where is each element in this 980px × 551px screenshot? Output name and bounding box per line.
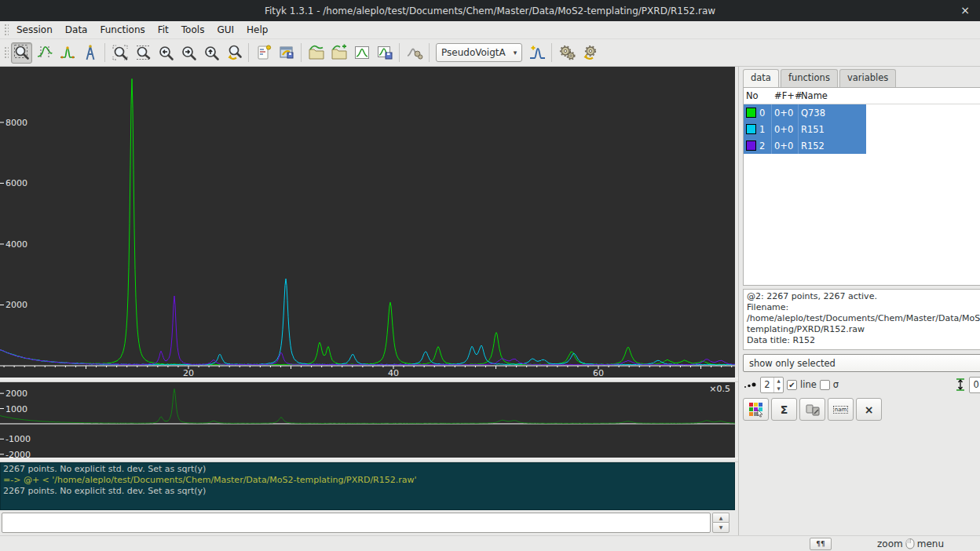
menu-gui[interactable]: GUI xyxy=(210,22,240,38)
save-data-button[interactable] xyxy=(374,42,395,64)
command-history-spinner[interactable]: ▲ ▼ xyxy=(712,513,730,533)
zoom-mode-button[interactable] xyxy=(11,42,32,64)
console-command-line: =-> @+ < '/home/aleplo/test/Documents/Ch… xyxy=(3,475,732,486)
dataset-info-points: @2: 2267 points, 2267 active. xyxy=(747,291,980,302)
edit-function-button[interactable] xyxy=(404,42,425,64)
menu-help[interactable]: Help xyxy=(240,22,274,38)
spin-down-icon[interactable]: ▼ xyxy=(774,385,783,392)
svg-text:40: 40 xyxy=(388,368,399,378)
command-input-row: ▲ ▼ xyxy=(0,510,738,535)
display-mode-dropdown[interactable]: show only selected ▾ xyxy=(743,354,980,372)
mouse-hints-button[interactable]: ¶¶ xyxy=(810,538,832,550)
zoom-vertical-icon xyxy=(134,44,152,61)
data-colors-button[interactable] xyxy=(743,398,769,421)
dataset-color-swatch[interactable] xyxy=(746,140,756,151)
menu-fit[interactable]: Fit xyxy=(152,22,175,38)
dataset-name: R151 xyxy=(799,121,866,137)
load-data-button[interactable] xyxy=(305,42,327,64)
data-range-mode-button[interactable] xyxy=(34,42,55,64)
menu-data[interactable]: Data xyxy=(59,22,94,38)
close-icon[interactable]: × xyxy=(956,2,974,18)
svg-text:1000: 1000 xyxy=(5,404,27,414)
toolbar-grip[interactable] xyxy=(3,46,9,60)
title-bar[interactable]: Fityk 1.3.1 - /home/aleplo/test/Document… xyxy=(0,0,980,21)
save-session-icon xyxy=(278,44,295,61)
rename-button[interactable]: nam xyxy=(828,398,854,421)
history-up-icon[interactable]: ▲ xyxy=(712,513,730,523)
load-data-new-slot-button[interactable] xyxy=(328,42,349,64)
dataset-color-swatch[interactable] xyxy=(746,108,756,118)
tab-variables[interactable]: variables xyxy=(839,69,896,87)
sigma-checkbox[interactable] xyxy=(820,380,830,390)
add-function-icon xyxy=(528,44,546,61)
zoom-vertical-button[interactable] xyxy=(132,42,153,64)
data-editor-button[interactable] xyxy=(351,42,372,64)
undo-zoom-button[interactable] xyxy=(223,42,244,64)
tab-data[interactable]: data xyxy=(743,69,779,87)
history-down-icon[interactable]: ▼ xyxy=(712,522,730,533)
sidebar: data functions variables No #F+# Name 0 … xyxy=(738,67,980,535)
save-session-button[interactable] xyxy=(276,42,297,64)
delete-dataset-button[interactable]: × xyxy=(856,398,882,421)
aux-plot-wrap: 20001000-1000-2000 ×0.5 xyxy=(0,382,735,458)
svg-text:-2000: -2000 xyxy=(5,450,31,458)
toolbar: PseudoVoigtA ▾ xyxy=(0,39,980,67)
aux-scale-label: ×0.5 xyxy=(709,384,730,394)
dataset-info-title: Data title: R152 xyxy=(747,335,980,346)
point-size-spinner[interactable]: 2 ▲▼ xyxy=(760,377,784,393)
main-area: 2000400060008000204060 20001000-1000-200… xyxy=(0,67,980,535)
line-checkbox[interactable]: ✔ xyxy=(787,380,797,390)
dataset-name: Q738 xyxy=(799,104,866,121)
toolbar-separator xyxy=(551,43,552,62)
svg-text:20: 20 xyxy=(183,368,194,378)
menubar-grip[interactable] xyxy=(3,23,9,37)
svg-text:2000: 2000 xyxy=(5,389,27,399)
point-size-value: 2 xyxy=(761,379,773,390)
right-click-hint: menu xyxy=(917,538,944,549)
console-line: 2267 points. No explicit std. dev. Set a… xyxy=(3,486,732,497)
zoom-right-button[interactable] xyxy=(177,42,199,64)
session-log-button[interactable] xyxy=(253,42,274,64)
spin-up-icon[interactable]: ▲ xyxy=(774,378,783,385)
zoom-up-button[interactable] xyxy=(200,42,221,64)
range-curve-icon xyxy=(36,44,53,61)
tab-functions[interactable]: functions xyxy=(781,69,838,87)
dataset-index: 1 xyxy=(759,124,765,135)
open-folder-curve-plus-icon xyxy=(331,44,348,61)
zoom-left-button[interactable] xyxy=(155,42,176,64)
auto-add-peak-button[interactable] xyxy=(526,42,547,64)
menu-functions[interactable]: Functions xyxy=(93,22,151,38)
dataset-color-swatch[interactable] xyxy=(746,124,756,134)
data-editor-icon xyxy=(353,44,371,61)
command-input[interactable] xyxy=(2,513,711,533)
svg-text:4000: 4000 xyxy=(5,239,27,250)
output-console[interactable]: 2267 points. No explicit std. dev. Set a… xyxy=(0,462,735,510)
menu-tools[interactable]: Tools xyxy=(175,22,211,38)
add-peak-mode-button[interactable] xyxy=(57,42,78,64)
undo-fit-button[interactable] xyxy=(579,42,600,64)
shift-spinner[interactable]: 0 ▲▼ xyxy=(969,377,980,393)
line-checkbox-label: line xyxy=(800,379,817,390)
table-row[interactable]: 0 0+0 Q738 xyxy=(744,104,980,121)
run-fit-button[interactable] xyxy=(556,42,577,64)
function-type-value: PseudoVoigtA xyxy=(441,47,506,58)
zoom-all-button[interactable] xyxy=(109,42,130,64)
shift-icon xyxy=(955,378,966,392)
edit-data-button[interactable] xyxy=(799,398,825,421)
fityk-window: Fityk 1.3.1 - /home/aleplo/test/Document… xyxy=(0,0,980,551)
shift-value: 0 xyxy=(970,379,980,390)
aux-plot-canvas[interactable]: 20001000-1000-2000 xyxy=(0,382,735,458)
status-bar: ¶¶ zoom menu xyxy=(0,535,980,551)
table-row[interactable]: 1 0+0 R151 xyxy=(744,121,980,137)
zoom-left-icon xyxy=(157,44,174,61)
undo-zoom-icon xyxy=(225,44,243,61)
table-row[interactable]: 2 0+0 R152 xyxy=(744,137,980,154)
main-plot-canvas[interactable]: 2000400060008000204060 xyxy=(0,67,735,378)
color-grid-icon xyxy=(748,402,764,418)
dataset-ff: 0+0 xyxy=(772,121,799,137)
menu-session[interactable]: Session xyxy=(10,22,59,38)
sigma-checkbox-label: σ xyxy=(833,379,839,390)
activate-point-mode-button[interactable] xyxy=(79,42,101,64)
function-type-dropdown[interactable]: PseudoVoigtA ▾ xyxy=(436,43,522,62)
sum-button[interactable]: Σ xyxy=(771,398,797,421)
